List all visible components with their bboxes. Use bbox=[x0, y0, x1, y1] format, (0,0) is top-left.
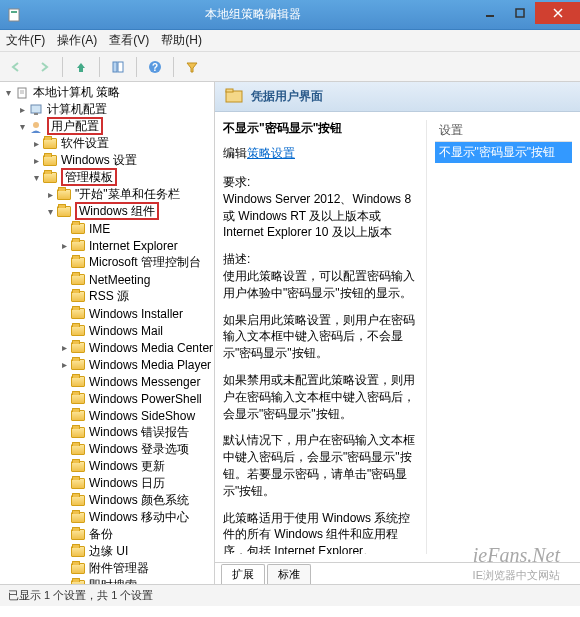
tree-label: 用户配置 bbox=[47, 118, 103, 135]
tree-item[interactable]: Microsoft 管理控制台 bbox=[2, 254, 214, 271]
tree-item[interactable]: 附件管理器 bbox=[2, 560, 214, 577]
settings-list[interactable]: 设置 不显示"密码显示"按钮 bbox=[426, 120, 573, 554]
edit-policy-link[interactable]: 策略设置 bbox=[247, 146, 295, 160]
tree-item[interactable]: 边缘 UI bbox=[2, 543, 214, 560]
tab-standard[interactable]: 标准 bbox=[267, 564, 311, 584]
tree-item[interactable]: ▸ Windows Media Center bbox=[2, 339, 214, 356]
tree-item[interactable]: Windows 移动中心 bbox=[2, 509, 214, 526]
expander-icon[interactable]: ▾ bbox=[2, 87, 14, 98]
req-text: Windows Server 2012、Windows 8 或 Windows … bbox=[223, 192, 411, 240]
expander-icon[interactable]: ▾ bbox=[44, 206, 56, 217]
menu-help[interactable]: 帮助(H) bbox=[161, 32, 202, 49]
tree-label: Windows 登录选项 bbox=[89, 441, 189, 458]
expander-icon[interactable] bbox=[58, 546, 70, 557]
tree-item[interactable]: Windows 错误报告 bbox=[2, 424, 214, 441]
expander-icon[interactable] bbox=[58, 410, 70, 421]
tree-user-config[interactable]: ▾ 用户配置 bbox=[2, 118, 214, 135]
detail-header: 凭据用户界面 bbox=[215, 82, 580, 112]
up-button[interactable] bbox=[69, 55, 93, 79]
expander-icon[interactable] bbox=[58, 223, 70, 234]
tree-label: Windows PowerShell bbox=[89, 392, 202, 406]
tree-item[interactable]: Windows PowerShell bbox=[2, 390, 214, 407]
tree-item[interactable]: Windows Mail bbox=[2, 322, 214, 339]
expander-icon[interactable] bbox=[58, 580, 70, 584]
tree-item[interactable]: RSS 源 bbox=[2, 288, 214, 305]
statusbar: 已显示 1 个设置，共 1 个设置 bbox=[0, 584, 580, 606]
tab-extended[interactable]: 扩展 bbox=[221, 564, 265, 584]
expander-icon[interactable]: ▸ bbox=[30, 138, 42, 149]
expander-icon[interactable]: ▸ bbox=[16, 104, 28, 115]
folder-icon bbox=[70, 306, 86, 322]
expander-icon[interactable] bbox=[58, 325, 70, 336]
expander-icon[interactable] bbox=[58, 444, 70, 455]
folder-icon bbox=[70, 221, 86, 237]
tree-windows-settings[interactable]: ▸ Windows 设置 bbox=[2, 152, 214, 169]
tree-item[interactable]: ▸ Internet Explorer bbox=[2, 237, 214, 254]
expander-icon[interactable] bbox=[58, 393, 70, 404]
expander-icon[interactable] bbox=[58, 308, 70, 319]
expander-icon[interactable] bbox=[58, 461, 70, 472]
setting-row-selected[interactable]: 不显示"密码显示"按钮 bbox=[435, 142, 573, 163]
tree-item[interactable]: Windows Messenger bbox=[2, 373, 214, 390]
expander-icon[interactable]: ▾ bbox=[30, 172, 42, 183]
expander-icon[interactable] bbox=[58, 376, 70, 387]
tree-item[interactable]: Windows SideShow bbox=[2, 407, 214, 424]
expander-icon[interactable] bbox=[58, 257, 70, 268]
expander-icon[interactable]: ▸ bbox=[58, 342, 70, 353]
folder-icon bbox=[70, 493, 86, 509]
svg-rect-0 bbox=[9, 9, 19, 21]
tree-item[interactable]: 即时搜索 bbox=[2, 577, 214, 584]
tree-label: Windows Messenger bbox=[89, 375, 200, 389]
expander-icon[interactable] bbox=[58, 563, 70, 574]
folder-icon bbox=[42, 170, 58, 186]
tree-item[interactable]: ▸ Windows Media Player bbox=[2, 356, 214, 373]
tree-item[interactable]: IME bbox=[2, 220, 214, 237]
close-button[interactable] bbox=[535, 2, 580, 24]
expander-icon[interactable]: ▸ bbox=[44, 189, 56, 200]
status-text: 已显示 1 个设置，共 1 个设置 bbox=[8, 588, 153, 603]
forward-button[interactable] bbox=[32, 55, 56, 79]
column-header-settings[interactable]: 设置 bbox=[435, 120, 573, 142]
menu-file[interactable]: 文件(F) bbox=[6, 32, 45, 49]
separator bbox=[62, 57, 63, 77]
tree-item[interactable]: 备份 bbox=[2, 526, 214, 543]
tree-item[interactable]: Windows Installer bbox=[2, 305, 214, 322]
expander-icon[interactable]: ▸ bbox=[58, 240, 70, 251]
expander-icon[interactable] bbox=[58, 427, 70, 438]
maximize-button[interactable] bbox=[505, 2, 535, 24]
minimize-button[interactable] bbox=[475, 2, 505, 24]
expander-icon[interactable]: ▸ bbox=[30, 155, 42, 166]
expander-icon[interactable] bbox=[58, 478, 70, 489]
expander-icon[interactable]: ▸ bbox=[58, 359, 70, 370]
desc-label: 描述: bbox=[223, 252, 250, 266]
expander-icon[interactable] bbox=[58, 495, 70, 506]
expander-icon[interactable] bbox=[58, 274, 70, 285]
tree-item[interactable]: Windows 颜色系统 bbox=[2, 492, 214, 509]
filter-button[interactable] bbox=[180, 55, 204, 79]
expander-icon[interactable] bbox=[58, 529, 70, 540]
tree-item[interactable]: Windows 更新 bbox=[2, 458, 214, 475]
tree-item[interactable]: Windows 登录选项 bbox=[2, 441, 214, 458]
menu-action[interactable]: 操作(A) bbox=[57, 32, 97, 49]
edit-prefix: 编辑 bbox=[223, 146, 247, 160]
back-button[interactable] bbox=[4, 55, 28, 79]
tree-windows-components[interactable]: ▾ Windows 组件 bbox=[2, 203, 214, 220]
menu-view[interactable]: 查看(V) bbox=[109, 32, 149, 49]
expander-icon[interactable]: ▾ bbox=[16, 121, 28, 132]
show-hide-tree-button[interactable] bbox=[106, 55, 130, 79]
folder-icon bbox=[70, 323, 86, 339]
tree-start-taskbar[interactable]: ▸ "开始"菜单和任务栏 bbox=[2, 186, 214, 203]
help-button[interactable]: ? bbox=[143, 55, 167, 79]
tree-root[interactable]: ▾ 本地计算机 策略 bbox=[2, 84, 214, 101]
detail-title: 凭据用户界面 bbox=[251, 88, 323, 105]
svg-rect-17 bbox=[226, 91, 242, 102]
tree-computer-config[interactable]: ▸ 计算机配置 bbox=[2, 101, 214, 118]
expander-icon[interactable] bbox=[58, 291, 70, 302]
tree-software-settings[interactable]: ▸ 软件设置 bbox=[2, 135, 214, 152]
tree-item[interactable]: Windows 日历 bbox=[2, 475, 214, 492]
tree-pane[interactable]: ▾ 本地计算机 策略 ▸ 计算机配置 ▾ 用户配置 ▸ 软件设置 ▸ Windo… bbox=[0, 82, 215, 584]
tree-admin-templates[interactable]: ▾ 管理模板 bbox=[2, 169, 214, 186]
folder-icon bbox=[70, 425, 86, 441]
expander-icon[interactable] bbox=[58, 512, 70, 523]
tree-item[interactable]: NetMeeting bbox=[2, 271, 214, 288]
